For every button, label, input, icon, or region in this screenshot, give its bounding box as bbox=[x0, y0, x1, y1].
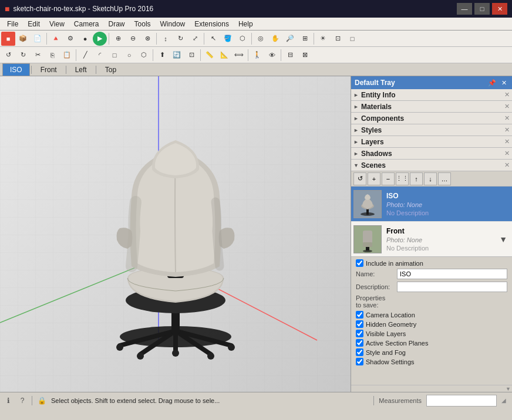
measurements-input[interactable] bbox=[426, 395, 497, 407]
tb2-copy-btn[interactable]: ⎘ bbox=[45, 48, 59, 62]
active-section-planes-checkbox[interactable] bbox=[356, 339, 363, 347]
include-animation-label[interactable]: Include in animation bbox=[366, 260, 423, 267]
tb2-tape-btn[interactable]: 📏 bbox=[203, 48, 217, 62]
tray-section-materials[interactable]: ► Materials ✕ bbox=[351, 101, 512, 113]
tb-render-btn[interactable]: ▶ bbox=[93, 32, 107, 46]
tb2-circle-btn[interactable]: ○ bbox=[122, 48, 136, 62]
menu-help[interactable]: Help bbox=[234, 19, 258, 29]
layers-close[interactable]: ✕ bbox=[504, 138, 510, 145]
tb-xray-btn[interactable]: □ bbox=[345, 32, 359, 46]
components-close[interactable]: ✕ bbox=[504, 114, 510, 122]
tb-subtract-btn[interactable]: ⊖ bbox=[126, 32, 140, 46]
tb-zoom-btn[interactable]: 🔎 bbox=[283, 32, 297, 46]
tb2-redo-btn[interactable]: ↻ bbox=[16, 48, 30, 62]
tb-open-btn[interactable]: ■ bbox=[1, 32, 15, 46]
scenes-header[interactable]: ▼ Scenes ✕ bbox=[351, 160, 512, 171]
panel-scrollbar[interactable]: ▼ bbox=[351, 385, 512, 392]
menu-view[interactable]: View bbox=[45, 19, 69, 29]
tb2-sectionplane-btn[interactable]: ⊟ bbox=[283, 48, 297, 62]
tb2-push-btn[interactable]: ⬆ bbox=[155, 48, 169, 62]
status-lock-icon[interactable]: 🔒 bbox=[37, 396, 46, 405]
tb-save-btn[interactable]: 📄 bbox=[31, 32, 45, 46]
tb2-paste-btn[interactable]: 📋 bbox=[60, 48, 74, 62]
menu-camera[interactable]: Camera bbox=[69, 19, 104, 29]
tb-intersect-btn[interactable]: ⊗ bbox=[140, 32, 154, 46]
hidden-geometry-checkbox[interactable] bbox=[356, 320, 363, 328]
tb2-sectioncut-btn[interactable]: ⊠ bbox=[298, 48, 312, 62]
style-fog-checkbox[interactable] bbox=[356, 348, 363, 356]
tb2-walk-btn[interactable]: 🚶 bbox=[250, 48, 264, 62]
tab-top[interactable]: Top bbox=[97, 63, 124, 76]
tb-zoomfit-btn[interactable]: ⊞ bbox=[298, 32, 312, 46]
hidden-geometry-label[interactable]: Hidden Geometry bbox=[366, 321, 416, 328]
tb-add-btn[interactable]: ⊕ bbox=[111, 32, 125, 46]
tb-select-btn[interactable]: ↖ bbox=[206, 32, 220, 46]
entity-info-close[interactable]: ✕ bbox=[504, 91, 510, 99]
shadows-close[interactable]: ✕ bbox=[504, 150, 510, 157]
tb-scale-btn[interactable]: ⤢ bbox=[188, 32, 202, 46]
tray-section-layers[interactable]: ► Layers ✕ bbox=[351, 136, 512, 148]
scene-remove-btn[interactable]: − bbox=[382, 172, 395, 185]
tb-rotate-btn[interactable]: ↻ bbox=[173, 32, 187, 46]
minimize-button[interactable]: — bbox=[457, 3, 472, 15]
tb-new-btn[interactable]: 📦 bbox=[16, 32, 30, 46]
resize-handle[interactable]: ◢ bbox=[501, 397, 508, 404]
tb-style1-btn[interactable]: ⚙ bbox=[63, 32, 78, 46]
close-button[interactable]: ✕ bbox=[492, 3, 507, 15]
tb-bold-btn[interactable]: 🔺 bbox=[49, 32, 63, 46]
menu-file[interactable]: File bbox=[2, 19, 23, 29]
tb2-polygon-btn[interactable]: ⬡ bbox=[137, 48, 151, 62]
name-input[interactable] bbox=[397, 269, 507, 279]
tb2-offset-btn[interactable]: ⊡ bbox=[184, 48, 198, 62]
status-info-icon[interactable]: ℹ bbox=[4, 396, 13, 405]
tb2-undo-btn[interactable]: ↺ bbox=[1, 48, 15, 62]
tb-pan-btn[interactable]: ✋ bbox=[268, 32, 282, 46]
tb2-line-btn[interactable]: ╱ bbox=[78, 48, 92, 62]
tray-section-styles[interactable]: ► Styles ✕ bbox=[351, 124, 512, 136]
styles-close[interactable]: ✕ bbox=[504, 126, 510, 134]
tray-section-components[interactable]: ► Components ✕ bbox=[351, 113, 512, 124]
viewport[interactable] bbox=[0, 76, 351, 392]
tb-move-btn[interactable]: ↕ bbox=[159, 32, 173, 46]
scene-options-btn[interactable]: … bbox=[438, 172, 451, 185]
tb-paint-btn[interactable]: 🪣 bbox=[221, 32, 235, 46]
scene-add-btn[interactable]: + bbox=[368, 172, 380, 185]
tb-shadow-btn[interactable]: ☀ bbox=[316, 32, 330, 46]
tab-left[interactable]: Left bbox=[68, 63, 95, 76]
tb2-lookaround-btn[interactable]: 👁 bbox=[265, 48, 279, 62]
materials-close[interactable]: ✕ bbox=[504, 103, 510, 110]
tb-orbit-btn[interactable]: ◎ bbox=[254, 32, 268, 46]
description-input[interactable] bbox=[397, 282, 507, 292]
tb2-rect-btn[interactable]: □ bbox=[107, 48, 122, 62]
style-fog-label[interactable]: Style and Fog bbox=[366, 349, 406, 356]
tb-section-btn[interactable]: ⊡ bbox=[331, 32, 345, 46]
menu-edit[interactable]: Edit bbox=[23, 19, 45, 29]
scene-details-btn[interactable]: ⋮⋮ bbox=[396, 172, 409, 185]
scenes-close[interactable]: ✕ bbox=[504, 161, 510, 169]
tb2-cut-btn[interactable]: ✂ bbox=[31, 48, 45, 62]
shadow-settings-label[interactable]: Shadow Settings bbox=[366, 358, 415, 365]
include-animation-checkbox[interactable] bbox=[356, 259, 363, 267]
tb2-follow-btn[interactable]: 🔄 bbox=[170, 48, 184, 62]
tray-pin-btn[interactable]: 📌 bbox=[487, 78, 497, 87]
visible-layers-checkbox[interactable] bbox=[356, 330, 363, 337]
scene-move-up-btn[interactable]: ↑ bbox=[410, 172, 423, 185]
tray-section-shadows[interactable]: ► Shadows ✕ bbox=[351, 148, 512, 160]
tb2-arc-btn[interactable]: ◜ bbox=[93, 48, 107, 62]
scene-refresh-btn[interactable]: ↺ bbox=[353, 172, 366, 185]
tray-section-entity-info[interactable]: ► Entity Info ✕ bbox=[351, 89, 512, 101]
tb2-dim-btn[interactable]: ⟺ bbox=[232, 48, 246, 62]
visible-layers-label[interactable]: Visible Layers bbox=[366, 330, 406, 337]
camera-location-checkbox[interactable] bbox=[356, 311, 363, 319]
tb-erase-btn[interactable]: ⬡ bbox=[235, 32, 250, 46]
maximize-button[interactable]: □ bbox=[474, 3, 490, 15]
menu-window[interactable]: Window bbox=[156, 19, 190, 29]
tab-iso[interactable]: ISO bbox=[2, 63, 30, 76]
menu-extensions[interactable]: Extensions bbox=[190, 19, 234, 29]
tray-close-btn[interactable]: ✕ bbox=[499, 78, 508, 87]
menu-tools[interactable]: Tools bbox=[130, 19, 156, 29]
scene-move-down-btn[interactable]: ↓ bbox=[424, 172, 437, 185]
tab-front[interactable]: Front bbox=[33, 63, 65, 76]
tb-view-btn[interactable]: ● bbox=[78, 32, 92, 46]
menu-draw[interactable]: Draw bbox=[104, 19, 130, 29]
